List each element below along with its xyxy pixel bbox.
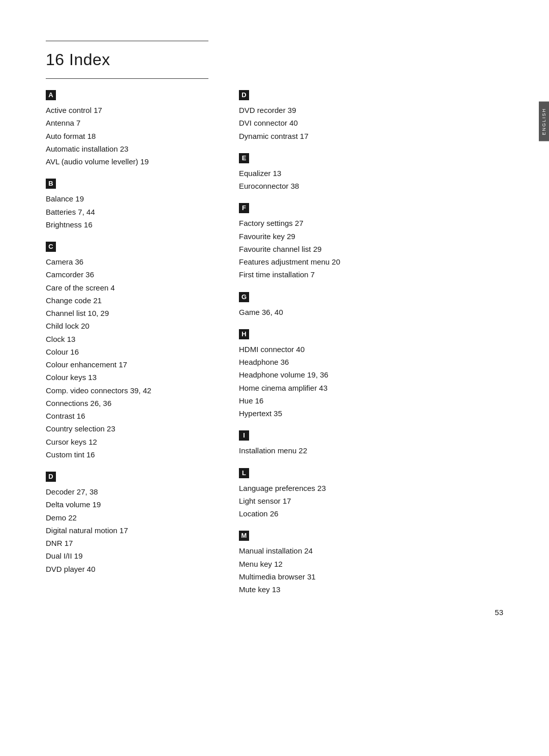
section-right-f: FFactory settings 27Favourite key 29Favo… xyxy=(239,203,503,280)
second-rule xyxy=(46,78,208,79)
index-item: Colour keys 13 xyxy=(46,371,208,383)
section-items: Language preferences 23Light sensor 17Lo… xyxy=(239,482,503,520)
right-column: DDVD recorder 39DVI connector 40Dynamic … xyxy=(239,90,503,606)
index-item: Light sensor 17 xyxy=(239,495,503,507)
section-items: Decoder 27, 38Delta volume 19Demo 22Digi… xyxy=(46,486,208,575)
section-right-e: EEqualizer 13Euroconnector 38 xyxy=(239,153,503,192)
index-item: AVL (audio volume leveller) 19 xyxy=(46,156,208,167)
section-letter: A xyxy=(46,90,56,100)
section-right-m: MManual installation 24Menu key 12Multim… xyxy=(239,531,503,595)
index-item: Camera 36 xyxy=(46,256,208,268)
index-item: Brightness 16 xyxy=(46,219,208,230)
section-letter: D xyxy=(46,472,56,482)
content-layout: AActive control 17Antenna 7Auto format 1… xyxy=(46,90,503,606)
index-item: Game 36, 40 xyxy=(239,306,503,318)
index-item: Channel list 10, 29 xyxy=(46,307,208,319)
index-item: Decoder 27, 38 xyxy=(46,486,208,498)
index-item: Balance 19 xyxy=(46,193,208,205)
section-letter: I xyxy=(239,430,249,441)
section-a: AActive control 17Antenna 7Auto format 1… xyxy=(46,90,208,167)
section-items: Game 36, 40 xyxy=(239,306,503,318)
index-item: HDMI connector 40 xyxy=(239,343,503,355)
side-tab: ENGLISH xyxy=(539,102,549,141)
section-items: Balance 19Batteries 7, 44Brightness 16 xyxy=(46,193,208,230)
index-item: Installation menu 22 xyxy=(239,445,503,456)
left-column: AActive control 17Antenna 7Auto format 1… xyxy=(46,90,208,606)
index-item: Automatic installation 23 xyxy=(46,143,208,155)
section-right-g: GGame 36, 40 xyxy=(239,292,503,318)
index-item: Equalizer 13 xyxy=(239,167,503,179)
index-item: Delta volume 19 xyxy=(46,499,208,510)
section-letter: C xyxy=(46,242,56,252)
index-item: DVI connector 40 xyxy=(239,117,503,129)
index-item: Change code 21 xyxy=(46,295,208,306)
index-item: Favourite channel list 29 xyxy=(239,243,503,255)
index-item: Home cinema amplifier 43 xyxy=(239,382,503,394)
index-item: Camcorder 36 xyxy=(46,269,208,280)
index-item: Multimedia browser 31 xyxy=(239,571,503,583)
index-item: Clock 13 xyxy=(46,333,208,345)
section-right-l: LLanguage preferences 23Light sensor 17L… xyxy=(239,468,503,520)
index-item: First time installation 7 xyxy=(239,269,503,280)
index-item: Favourite key 29 xyxy=(239,230,503,242)
index-item: Contrast 16 xyxy=(46,410,208,422)
index-item: Dynamic contrast 17 xyxy=(239,130,503,142)
page-container: 16 Index AActive control 17Antenna 7Auto… xyxy=(0,0,549,647)
section-items: Factory settings 27Favourite key 29Favou… xyxy=(239,217,503,280)
index-item: Menu key 12 xyxy=(239,558,503,570)
page-number: 53 xyxy=(495,608,503,617)
index-item: DVD recorder 39 xyxy=(239,104,503,116)
section-letter: G xyxy=(239,292,249,302)
index-item: Connections 26, 36 xyxy=(46,397,208,409)
index-item: Dual I/II 19 xyxy=(46,550,208,562)
section-d: DDecoder 27, 38Delta volume 19Demo 22Dig… xyxy=(46,472,208,575)
section-items: Installation menu 22 xyxy=(239,445,503,456)
section-letter: F xyxy=(239,203,249,213)
index-item: Features adjustment menu 20 xyxy=(239,256,503,268)
index-item: Manual installation 24 xyxy=(239,545,503,557)
index-item: Factory settings 27 xyxy=(239,217,503,229)
section-right-h: HHDMI connector 40Headphone 36Headphone … xyxy=(239,329,503,420)
index-item: Euroconnector 38 xyxy=(239,180,503,192)
index-item: Antenna 7 xyxy=(46,117,208,129)
index-item: Demo 22 xyxy=(46,512,208,524)
index-item: Auto format 18 xyxy=(46,130,208,142)
index-item: Location 26 xyxy=(239,508,503,519)
page-title: 16 Index xyxy=(46,50,503,69)
index-item: Mute key 13 xyxy=(239,584,503,595)
index-item: Child lock 20 xyxy=(46,320,208,332)
section-letter: D xyxy=(239,90,249,100)
index-item: DVD player 40 xyxy=(46,563,208,575)
index-item: Cursor keys 12 xyxy=(46,436,208,448)
index-item: DNR 17 xyxy=(46,537,208,549)
section-letter: L xyxy=(239,468,249,478)
index-item: Hypertext 35 xyxy=(239,408,503,419)
index-item: Country selection 23 xyxy=(46,423,208,434)
index-item: Custom tint 16 xyxy=(46,449,208,460)
section-items: Active control 17Antenna 7Auto format 18… xyxy=(46,104,208,167)
section-letter: H xyxy=(239,329,249,339)
section-items: Equalizer 13Euroconnector 38 xyxy=(239,167,503,192)
index-item: Colour 16 xyxy=(46,346,208,358)
index-item: Active control 17 xyxy=(46,104,208,116)
section-items: Camera 36Camcorder 36Care of the screen … xyxy=(46,256,208,460)
index-item: Hue 16 xyxy=(239,395,503,406)
top-rule xyxy=(46,41,208,41)
index-item: Digital natural motion 17 xyxy=(46,525,208,536)
index-item: Headphone 36 xyxy=(239,356,503,368)
index-item: Batteries 7, 44 xyxy=(46,206,208,218)
section-items: HDMI connector 40Headphone 36Headphone v… xyxy=(239,343,503,420)
index-item: Colour enhancement 17 xyxy=(46,359,208,370)
section-right-i: IInstallation menu 22 xyxy=(239,430,503,456)
index-item: Care of the screen 4 xyxy=(46,282,208,294)
section-letter: E xyxy=(239,153,249,163)
section-letter: B xyxy=(46,179,56,189)
section-items: Manual installation 24Menu key 12Multime… xyxy=(239,545,503,595)
index-item: Headphone volume 19, 36 xyxy=(239,369,503,381)
section-b: BBalance 19Batteries 7, 44Brightness 16 xyxy=(46,179,208,230)
section-items: DVD recorder 39DVI connector 40Dynamic c… xyxy=(239,104,503,142)
section-right-d: DDVD recorder 39DVI connector 40Dynamic … xyxy=(239,90,503,142)
section-letter: M xyxy=(239,531,249,541)
section-c: CCamera 36Camcorder 36Care of the screen… xyxy=(46,242,208,460)
index-item: Language preferences 23 xyxy=(239,482,503,494)
